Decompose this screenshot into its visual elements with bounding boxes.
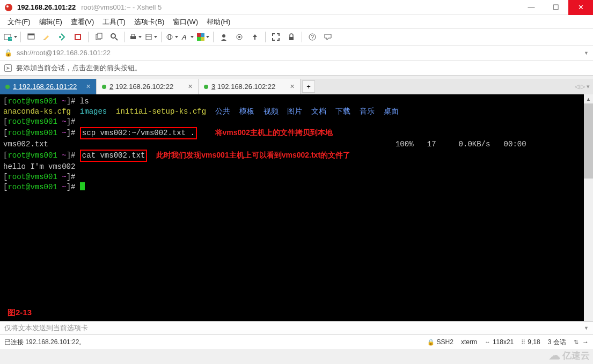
fullscreen-icon[interactable] bbox=[269, 31, 283, 43]
chat-icon[interactable] bbox=[321, 31, 335, 43]
status-protocol: SSH2 bbox=[437, 338, 453, 346]
toolbar: + A ? bbox=[0, 28, 593, 46]
menu-help[interactable]: 帮助(H) bbox=[202, 16, 235, 28]
status-dot-icon bbox=[204, 85, 208, 89]
scroll-thumb[interactable] bbox=[584, 103, 593, 179]
menu-tabs[interactable]: 选项卡(B) bbox=[130, 16, 169, 28]
svg-rect-23 bbox=[201, 37, 204, 41]
help-icon[interactable]: ? bbox=[305, 31, 319, 43]
tab-nav-arrows[interactable]: ◁ ▷ ▾ bbox=[575, 79, 590, 94]
app-icon bbox=[4, 3, 13, 12]
globe-icon[interactable] bbox=[165, 31, 179, 43]
svg-text:A: A bbox=[181, 33, 187, 41]
svg-rect-27 bbox=[289, 37, 294, 40]
svg-text:?: ? bbox=[311, 34, 314, 40]
svg-rect-20 bbox=[197, 33, 201, 37]
transfer-arrows-icon: ⇅ bbox=[574, 339, 579, 346]
print-icon[interactable] bbox=[128, 31, 142, 43]
session-tab-3[interactable]: 3 192.168.26.102:22 ✕ bbox=[199, 79, 301, 94]
window-title-sub: root@vms001:~ - Xshell 5 bbox=[81, 3, 162, 11]
status-dot-icon bbox=[102, 85, 106, 89]
grid-icon: ⠿ bbox=[521, 339, 525, 346]
menu-window[interactable]: 窗口(W) bbox=[169, 16, 202, 28]
address-text[interactable]: ssh://root@192.168.26.101:22 bbox=[17, 49, 580, 57]
annotation-scp-text: 将vms002主机上的文件拷贝到本地 bbox=[215, 128, 333, 137]
sessions-icon[interactable] bbox=[24, 31, 38, 43]
cloud-icon: ☁ bbox=[549, 349, 560, 362]
properties-icon[interactable] bbox=[144, 31, 158, 43]
close-tab-icon[interactable]: ✕ bbox=[86, 83, 91, 90]
menu-tools[interactable]: 工具(T) bbox=[98, 16, 130, 28]
send-input-bar[interactable]: 仅将文本发送到当前选项卡 ▼ bbox=[0, 321, 593, 335]
tab-strip: 1 192.168.26.101:22 ✕ 2 192.168.26.102:2… bbox=[0, 79, 593, 94]
new-session-button[interactable]: + bbox=[3, 31, 17, 43]
status-size: 118x21 bbox=[493, 338, 514, 346]
menu-bar: 文件(F) 编辑(E) 查看(V) 工具(T) 选项卡(B) 窗口(W) 帮助(… bbox=[0, 15, 593, 28]
size-icon: ↔ bbox=[485, 339, 490, 345]
svg-rect-14 bbox=[131, 34, 135, 36]
annotation-scp-box: scp vms002:~/vms002.txt . bbox=[80, 127, 197, 139]
svg-point-24 bbox=[222, 34, 225, 38]
terminal-area[interactable]: [root@vms001 ~]# ls anaconda-ks.cfg imag… bbox=[0, 94, 593, 321]
svg-rect-21 bbox=[201, 33, 204, 37]
session-tab-1[interactable]: 1 192.168.26.101:22 ✕ bbox=[0, 79, 97, 94]
lock-status-icon: 🔒 bbox=[427, 339, 435, 346]
status-bar: 已连接 192.168.26.101:22。 🔒SSH2 xterm ↔118x… bbox=[0, 335, 593, 349]
close-button[interactable]: ✕ bbox=[568, 0, 593, 15]
address-bar[interactable]: 🔓 ssh://root@192.168.26.101:22 ▼ bbox=[0, 46, 593, 61]
disconnect-icon[interactable] bbox=[71, 31, 85, 43]
maximize-button[interactable]: ☐ bbox=[544, 0, 568, 15]
svg-point-7 bbox=[59, 36, 61, 38]
palette-icon[interactable] bbox=[196, 31, 210, 43]
svg-rect-8 bbox=[75, 34, 80, 40]
svg-point-17 bbox=[167, 34, 172, 40]
address-dropdown-icon[interactable]: ▼ bbox=[584, 50, 589, 56]
figure-label: 图2-13 bbox=[8, 308, 32, 318]
status-connection: 已连接 192.168.26.101:22。 bbox=[4, 338, 85, 347]
terminal-output[interactable]: [root@vms001 ~]# ls anaconda-ks.cfg imag… bbox=[0, 94, 593, 321]
lock-icon[interactable] bbox=[284, 31, 298, 43]
close-tab-icon[interactable]: ✕ bbox=[290, 83, 295, 90]
send-input-placeholder: 仅将文本发送到当前选项卡 bbox=[4, 323, 88, 333]
close-tab-icon[interactable]: ✕ bbox=[188, 83, 193, 90]
svg-text:+: + bbox=[10, 36, 12, 41]
menu-view[interactable]: 查看(V) bbox=[67, 16, 98, 28]
svg-point-18 bbox=[169, 34, 171, 40]
svg-point-11 bbox=[111, 34, 115, 38]
svg-point-1 bbox=[6, 5, 9, 8]
svg-rect-22 bbox=[197, 37, 201, 41]
annotation-cat-text: 此时我们发现vms001主机上可以看到vms002.txt的文件了 bbox=[156, 151, 350, 159]
status-cursor: 9,18 bbox=[528, 338, 540, 346]
annotation-cat-box: cat vms002.txt bbox=[80, 150, 148, 162]
svg-point-0 bbox=[5, 4, 12, 11]
search-icon[interactable] bbox=[107, 31, 121, 43]
send-mode-dropdown-icon[interactable]: ▼ bbox=[584, 325, 589, 331]
user-icon[interactable] bbox=[217, 31, 231, 43]
upload-icon[interactable] bbox=[248, 31, 262, 43]
svg-rect-15 bbox=[146, 34, 151, 40]
minimize-button[interactable]: ― bbox=[519, 0, 544, 15]
new-tab-button[interactable]: + bbox=[302, 80, 315, 93]
status-sessions: 3 会话 bbox=[548, 338, 566, 347]
svg-point-26 bbox=[238, 36, 240, 38]
scroll-up-icon[interactable]: ▲ bbox=[584, 94, 593, 103]
session-tab-2[interactable]: 2 192.168.26.102:22 ✕ bbox=[97, 79, 199, 94]
tip-bar: ➤ 要添加当前会话，点击左侧的箭头按钮。 bbox=[0, 61, 593, 76]
add-session-arrow-button[interactable]: ➤ bbox=[4, 64, 12, 72]
menu-edit[interactable]: 编辑(E) bbox=[35, 16, 67, 28]
reconnect-icon[interactable] bbox=[55, 31, 69, 43]
copy-icon[interactable] bbox=[92, 31, 106, 43]
status-dot-icon bbox=[5, 85, 10, 89]
window-title-host: 192.168.26.101:22 bbox=[17, 3, 76, 11]
lock-small-icon: 🔓 bbox=[4, 49, 12, 57]
tip-text: 要添加当前会话，点击左侧的箭头按钮。 bbox=[16, 63, 142, 73]
terminal-cursor bbox=[80, 182, 85, 190]
svg-rect-6 bbox=[28, 34, 34, 35]
tunnel-icon[interactable] bbox=[232, 31, 246, 43]
font-icon[interactable]: A bbox=[180, 31, 194, 43]
highlight-icon[interactable] bbox=[40, 31, 54, 43]
status-term: xterm bbox=[461, 338, 477, 346]
terminal-scrollbar[interactable]: ▲ bbox=[584, 94, 593, 321]
menu-file[interactable]: 文件(F) bbox=[3, 16, 35, 28]
title-bar: 192.168.26.101:22 root@vms001:~ - Xshell… bbox=[0, 0, 593, 15]
